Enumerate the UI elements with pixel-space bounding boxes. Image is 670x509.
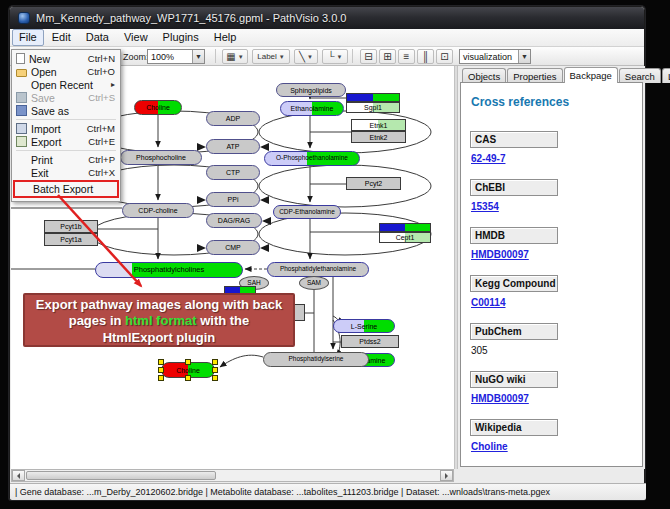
selection-handle[interactable] (212, 359, 218, 365)
node-pcyt2[interactable]: Pcyt2 (346, 177, 401, 190)
align-middle-button[interactable]: ⊞ (379, 49, 396, 64)
tab-objects[interactable]: Objects (462, 68, 506, 83)
scroll-right-icon[interactable] (440, 470, 453, 481)
file-menu-item-open-recent[interactable]: Open Recent▸ (13, 78, 119, 91)
chevron-down-icon[interactable]: ▼ (518, 50, 530, 63)
visualization-combobox[interactable]: visualization ▼ (459, 49, 531, 64)
new-file-icon (16, 53, 25, 64)
xref-link[interactable]: 15354 (471, 201, 499, 212)
menu-help[interactable]: Help (207, 29, 244, 46)
node-sam[interactable]: SAM (299, 276, 329, 290)
selection-handle[interactable] (212, 367, 218, 373)
node-atp[interactable]: ATP (206, 139, 260, 154)
node-l-serine[interactable]: L-Serine (333, 319, 395, 333)
node-choline-top[interactable]: Choline (134, 100, 182, 115)
label-tool-button[interactable]: Label▼ (252, 49, 290, 64)
node-dag[interactable]: DAG/RAG (206, 213, 262, 228)
label-tool-icon: Label (257, 53, 277, 61)
selection-handle[interactable] (158, 359, 164, 365)
title-bar[interactable]: Mm_Kennedy_pathway_WP1771_45176.gpml - P… (10, 7, 644, 29)
xref-entry: ChEBI15354 (470, 179, 642, 214)
file-menu-item-exit[interactable]: ExitCtrl+X (13, 166, 119, 179)
node-phosphocholine[interactable]: Phosphocholine (120, 150, 202, 165)
xref-entry: WikipediaCholine (470, 419, 642, 454)
menu-view[interactable]: View (117, 29, 155, 46)
node-sgpl1[interactable]: Sgpl1 (346, 102, 400, 113)
tab-legend[interactable]: Legend (662, 68, 670, 83)
node-o-phosphoethanolamine[interactable]: O-Phosphoethanolamine (264, 151, 360, 166)
node-cdp-choline[interactable]: CDP-choline (122, 203, 194, 218)
connector-tool-button[interactable]: └▼ (322, 49, 348, 64)
app-icon (18, 12, 30, 24)
tab-backpage[interactable]: Backpage (564, 67, 618, 83)
open-folder-icon (16, 69, 27, 77)
node-phosphatidylserine[interactable]: Phosphatidylserine (263, 352, 369, 367)
menu-item-shortcut: Ctrl+P (88, 154, 115, 165)
node-phosphatidylcholines[interactable]: Phosphatidylcholines (95, 262, 243, 278)
stack-vertical-button[interactable]: ≡ (398, 49, 415, 64)
xref-link[interactable]: C00114 (471, 297, 505, 308)
selection-handle[interactable] (185, 375, 191, 381)
chevron-down-icon: ▼ (279, 54, 285, 60)
horizontal-scrollbar[interactable] (11, 469, 454, 482)
stack-vertical-icon: ≡ (404, 52, 410, 62)
node-pcyt1b[interactable]: Pcyt1b (44, 220, 98, 233)
node-ptdss2[interactable]: Ptdss2 (341, 335, 399, 348)
node-etnk1[interactable]: Etnk1 (351, 119, 406, 131)
xref-link[interactable]: Choline (471, 441, 508, 452)
scrollbar-thumb[interactable] (26, 471, 216, 480)
selection-handle[interactable] (158, 367, 164, 373)
node-pcyt1a[interactable]: Pcyt1a (44, 233, 98, 246)
new-element-button[interactable]: ▦▼ (222, 49, 248, 64)
toolbar-separator (352, 49, 353, 63)
node-cept1[interactable]: Cept1 (379, 232, 431, 243)
tab-properties[interactable]: Properties (507, 68, 562, 83)
node-cept1-strip[interactable] (379, 223, 431, 232)
node-sphingolipids[interactable]: Sphingolipids (276, 83, 346, 97)
node-cmp[interactable]: CMP (206, 240, 260, 255)
xref-link[interactable]: HMDB00097 (471, 249, 529, 260)
file-menu-item-export[interactable]: ExportCtrl+E (13, 135, 119, 148)
selection-handle[interactable] (212, 375, 218, 381)
tab-search[interactable]: Search (619, 68, 661, 83)
menu-edit[interactable]: Edit (45, 29, 78, 46)
toolbar-separator (215, 49, 216, 63)
xref-entry: Kegg CompoundC00114 (470, 275, 642, 310)
chevron-down-icon[interactable]: ▼ (192, 50, 204, 63)
menu-data[interactable]: Data (79, 29, 116, 46)
annotation-callout: Export pathway images along with back pa… (23, 293, 295, 347)
menu-separator (16, 150, 116, 151)
window-title: Mm_Kennedy_pathway_WP1771_45176.gpml - P… (36, 12, 346, 24)
xref-entry: HMDBHMDB00097 (470, 227, 642, 262)
node-cdp-ethanolamine[interactable]: CDP-Ethanolamine (273, 205, 341, 219)
export-icon (16, 136, 27, 147)
node-adp[interactable]: ADP (206, 111, 260, 126)
menu-item-label: Open Recent (31, 79, 111, 91)
node-etnk2[interactable]: Etnk2 (351, 131, 406, 143)
align-center-button[interactable]: ⊟ (360, 49, 377, 64)
set-common-size-button[interactable]: ⊡ (436, 49, 453, 64)
node-ctp[interactable]: CTP (206, 165, 260, 180)
line-tool-button[interactable]: ╲▼ (294, 49, 318, 64)
file-menu-item-new[interactable]: NewCtrl+N (13, 52, 119, 65)
node-ethanolamine-top[interactable]: Ethanolamine (280, 101, 344, 116)
selection-handle[interactable] (158, 375, 164, 381)
file-menu-item-batch-export[interactable]: Batch Export (13, 180, 119, 198)
node-ppi[interactable]: PPi (206, 192, 260, 207)
selection-handle[interactable] (185, 359, 191, 365)
menu-plugins[interactable]: Plugins (156, 29, 206, 46)
zoom-combobox[interactable]: 100% ▼ (147, 49, 205, 64)
xref-link[interactable]: 62-49-7 (471, 153, 505, 164)
scroll-left-icon[interactable] (12, 470, 25, 481)
xref-link[interactable]: HMDB00097 (471, 393, 529, 404)
file-menu-item-import[interactable]: ImportCtrl+M (13, 122, 119, 135)
stack-horizontal-button[interactable]: ║ (417, 49, 434, 64)
node-sgpl1-strip[interactable] (346, 93, 400, 102)
node-phosphatidylethanolamine[interactable]: Phosphatidylethanolamine (267, 262, 369, 277)
no-icon (18, 184, 29, 195)
menu-file[interactable]: File (12, 29, 44, 46)
connector-tool-icon: └ (327, 52, 334, 62)
file-menu-item-open[interactable]: OpenCtrl+O (13, 65, 119, 78)
file-menu-item-save-as[interactable]: Save as (13, 104, 119, 117)
file-menu-item-print[interactable]: PrintCtrl+P (13, 153, 119, 166)
